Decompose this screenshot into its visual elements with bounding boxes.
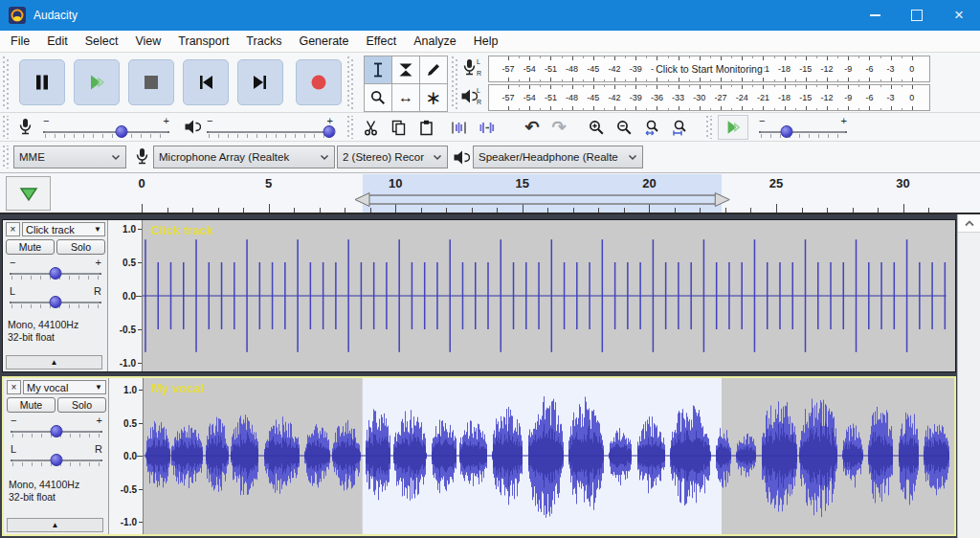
trim-outside-selection-button[interactable] <box>446 115 471 140</box>
play-at-speed-toolbar-grip[interactable] <box>706 116 713 139</box>
menu-effect[interactable]: Effect <box>358 31 406 52</box>
menu-analyze[interactable]: Analyze <box>405 31 464 52</box>
meter-toolbar-grip[interactable] <box>452 56 458 109</box>
menu-file[interactable]: File <box>2 31 38 52</box>
vertical-scale-ruler[interactable]: 1.00.50.0-0.5-1.0 <box>109 378 144 534</box>
zoom-out-button[interactable] <box>612 115 636 140</box>
menu-select[interactable]: Select <box>77 31 127 52</box>
track-control-panel: × My vocal ▼ Mute Solo − + L R Mono, 441 <box>4 378 109 534</box>
meter-monitoring-hint[interactable]: Click to Start Monitoring <box>654 63 764 75</box>
slider-thumb[interactable] <box>51 425 63 437</box>
audio-host-select[interactable]: MME <box>13 146 126 168</box>
selection-tool-button[interactable] <box>365 56 391 83</box>
recording-channels-select[interactable]: 2 (Stereo) Recor <box>337 146 448 168</box>
click-track-waveform[interactable] <box>143 220 955 371</box>
fit-project-button[interactable] <box>667 115 692 140</box>
selection-range-indicator[interactable] <box>353 191 731 209</box>
vocal-waveform[interactable] <box>144 378 954 534</box>
amplitude-label: -0.5 <box>121 483 137 494</box>
slider-thumb[interactable] <box>50 267 62 280</box>
recording-meter[interactable]: -57-54-51-48-45-42-39-36-33-30-27-24-21-… <box>488 56 930 82</box>
mixer-toolbar-grip[interactable] <box>3 116 10 139</box>
meter-scale-value: -51 <box>545 64 557 74</box>
recording-device-select[interactable]: Microphone Array (Realtek <box>153 146 335 168</box>
vertical-scrollbar[interactable] <box>957 214 980 538</box>
record-meter-mic-icon[interactable] <box>461 58 478 77</box>
audacity-window: Audacity × FileEditSelectViewTransportTr… <box>0 0 980 538</box>
undo-button[interactable]: ↶ <box>520 115 545 140</box>
track-bitdepth-label: 32-bit float <box>9 491 56 503</box>
minimize-button[interactable] <box>854 0 896 31</box>
vertical-scale-ruler[interactable]: 1.00.50.0-0.5-1.0 <box>108 220 143 371</box>
redo-button[interactable]: ↷ <box>546 115 571 140</box>
close-track-button[interactable]: × <box>7 380 21 394</box>
playback-volume-slider[interactable]: − + <box>207 117 333 144</box>
solo-button[interactable]: Solo <box>57 397 106 413</box>
track-name-menu[interactable]: My vocal ▼ <box>23 380 106 394</box>
maximize-button[interactable] <box>896 0 938 31</box>
menu-help[interactable]: Help <box>465 31 507 52</box>
stop-button[interactable] <box>128 59 174 105</box>
stop-icon <box>144 75 159 90</box>
draw-tool-button[interactable] <box>420 56 447 83</box>
record-button[interactable] <box>296 59 342 105</box>
playback-device-select[interactable]: Speaker/Headphone (Realte <box>473 146 643 168</box>
close-track-button[interactable]: × <box>6 222 20 236</box>
track-name-menu[interactable]: Click track ▼ <box>22 222 105 236</box>
menu-generate[interactable]: Generate <box>290 31 357 52</box>
tools-toolbar: ↔ ∗ <box>364 56 448 112</box>
scroll-up-button[interactable] <box>958 214 980 233</box>
menu-edit[interactable]: Edit <box>38 31 77 52</box>
skip-to-start-button[interactable] <box>183 59 229 105</box>
device-toolbar-grip[interactable] <box>3 146 10 168</box>
slider-thumb[interactable] <box>50 296 62 308</box>
slider-thumb[interactable] <box>780 125 792 138</box>
gain-slider[interactable]: − + <box>11 416 102 443</box>
pan-slider[interactable]: L R <box>11 445 102 472</box>
chevron-down-icon <box>433 154 442 161</box>
pan-slider[interactable]: L R <box>10 287 101 314</box>
play-speed-slider[interactable]: − + <box>759 117 847 144</box>
meter-scale-value: -9 <box>844 93 852 102</box>
close-button[interactable]: × <box>938 0 980 31</box>
zoom-tool-button[interactable] <box>365 84 391 111</box>
copy-button[interactable] <box>386 115 411 140</box>
transport-toolbar-grip[interactable] <box>3 56 10 109</box>
timeline-ruler[interactable]: 051015202530 <box>0 172 980 214</box>
slider-thumb[interactable] <box>323 125 336 138</box>
play-at-speed-button[interactable] <box>718 115 748 140</box>
play-button[interactable] <box>74 59 120 105</box>
mute-button[interactable]: Mute <box>6 239 55 255</box>
fit-selection-button[interactable] <box>639 115 664 140</box>
collapse-track-button[interactable]: ▲ <box>7 518 103 532</box>
silence-selection-button[interactable] <box>474 115 499 140</box>
meter-scale-value: -3 <box>887 64 895 74</box>
multi-tool-button[interactable]: ∗ <box>420 84 447 111</box>
mute-button[interactable]: Mute <box>7 397 56 413</box>
slider-thumb[interactable] <box>51 454 63 466</box>
menu-view[interactable]: View <box>126 31 169 52</box>
timeline-options-button[interactable] <box>6 176 51 211</box>
tools-toolbar-grip[interactable] <box>347 56 354 109</box>
meter-scale-value: -42 <box>608 64 620 74</box>
menu-transport[interactable]: Transport <box>169 31 237 52</box>
gain-slider[interactable]: − + <box>10 258 101 285</box>
solo-button[interactable]: Solo <box>56 239 105 255</box>
slider-thumb[interactable] <box>115 125 127 138</box>
recording-volume-slider[interactable]: − + <box>43 117 169 144</box>
pause-button[interactable] <box>19 59 65 105</box>
collapse-track-button[interactable]: ▲ <box>6 355 102 370</box>
menu-tracks[interactable]: Tracks <box>237 31 290 52</box>
cut-button[interactable] <box>358 115 383 140</box>
silence-icon <box>479 120 495 136</box>
envelope-tool-button[interactable] <box>392 56 419 83</box>
edit-toolbar-grip[interactable] <box>347 116 354 139</box>
skip-to-end-button[interactable] <box>237 59 283 105</box>
time-shift-tool-button[interactable]: ↔ <box>392 84 419 111</box>
playback-meter[interactable]: -57-54-51-48-45-42-39-36-33-30-27-24-21-… <box>488 84 930 111</box>
track-my-vocal: × My vocal ▼ Mute Solo − + L R Mono, 441 <box>2 376 956 536</box>
play-meter-speaker-icon[interactable] <box>460 88 478 104</box>
meter-scale-value: -39 <box>630 64 642 74</box>
paste-button[interactable] <box>413 115 438 140</box>
zoom-in-button[interactable] <box>584 115 609 140</box>
